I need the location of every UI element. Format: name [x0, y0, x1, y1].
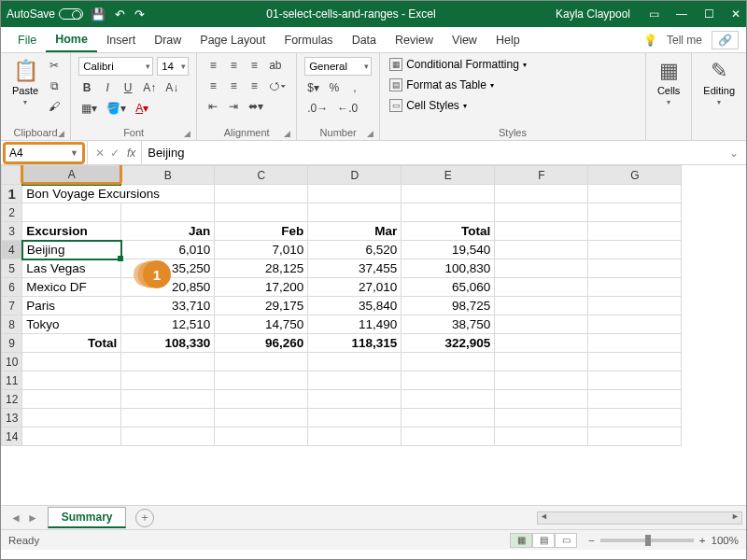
cell[interactable]: 12,510 [121, 315, 215, 334]
number-format-select[interactable]: General [304, 57, 372, 76]
cell[interactable]: 37,455 [308, 259, 402, 278]
add-sheet-button[interactable]: ＋ [135, 509, 154, 527]
comma-format-icon[interactable]: , [346, 79, 363, 96]
decrease-indent-icon[interactable]: ⇤ [204, 98, 221, 115]
row-header[interactable]: 8 [2, 315, 22, 334]
wrap-text-icon[interactable]: ab [266, 57, 284, 74]
row-header[interactable]: 2 [2, 203, 22, 222]
conditional-formatting-button[interactable]: ▦Conditional Formatting▾ [388, 57, 529, 72]
underline-button[interactable]: U [120, 79, 136, 96]
row-header[interactable]: 1 [2, 185, 22, 203]
cancel-formula-icon[interactable]: ✕ [95, 147, 105, 160]
redo-icon[interactable]: ↷ [134, 7, 145, 21]
cell[interactable]: Mexico DF [22, 278, 121, 297]
merge-center-icon[interactable]: ⬌▾ [246, 98, 266, 115]
row-header[interactable]: 10 [2, 353, 22, 371]
increase-font-icon[interactable]: A↑ [140, 79, 159, 96]
cell[interactable]: 17,200 [215, 278, 308, 297]
row-header[interactable]: 12 [2, 390, 22, 409]
ribbon-options-icon[interactable]: ▭ [649, 7, 659, 21]
accounting-format-icon[interactable]: $▾ [304, 79, 322, 96]
expand-formula-bar-icon[interactable]: ⌄ [722, 147, 746, 160]
cell[interactable]: 7,010 [215, 241, 308, 259]
cell[interactable]: 96,260 [215, 334, 308, 353]
cell[interactable]: Total [402, 222, 495, 241]
dialog-launcher-icon[interactable]: ◢ [284, 129, 290, 138]
tab-home[interactable]: Home [46, 27, 97, 52]
row-header[interactable]: 5 [2, 259, 22, 278]
cell[interactable]: 11,490 [308, 315, 402, 334]
cell[interactable]: 19,540 [402, 241, 495, 259]
align-center-icon[interactable]: ≡ [225, 77, 242, 94]
increase-decimal-icon[interactable]: .0→ [304, 100, 331, 117]
cell[interactable]: 33,710 [121, 297, 215, 315]
sheet-nav-prev-icon[interactable]: ◄ [10, 511, 21, 525]
row-header[interactable]: 4 [2, 241, 22, 259]
cell[interactable]: 38,750 [402, 315, 495, 334]
horizontal-scrollbar[interactable] [537, 511, 742, 525]
cell[interactable]: 35,840 [308, 297, 402, 315]
cell[interactable]: Jan [121, 222, 215, 241]
orientation-icon[interactable]: ⭯▾ [266, 77, 289, 94]
undo-icon[interactable]: ↶ [115, 7, 125, 21]
align-left-icon[interactable]: ≡ [204, 77, 221, 94]
worksheet-grid[interactable]: A B C D E F G 1Bon Voyage Excursions 2 3… [1, 165, 746, 505]
copy-icon[interactable]: ⧉ [46, 77, 63, 94]
page-break-view-icon[interactable]: ▭ [555, 533, 577, 548]
fx-label[interactable]: fx [127, 147, 135, 160]
formula-input[interactable]: Beijing [142, 146, 722, 160]
row-header[interactable]: 11 [2, 371, 22, 390]
align-right-icon[interactable]: ≡ [246, 77, 262, 94]
cell[interactable]: 27,010 [308, 278, 402, 297]
zoom-out-icon[interactable]: − [588, 535, 595, 546]
col-header-b[interactable]: B [121, 166, 215, 185]
cell[interactable]: Total [22, 334, 121, 353]
cell[interactable]: 98,725 [402, 297, 495, 315]
borders-icon[interactable]: ▦▾ [78, 100, 100, 117]
row-header[interactable]: 6 [2, 278, 22, 297]
cell[interactable]: 100,830 [402, 259, 495, 278]
col-header-g[interactable]: G [588, 166, 682, 185]
save-icon[interactable]: 💾 [91, 7, 106, 21]
tab-file[interactable]: File [8, 27, 46, 52]
row-header[interactable]: 13 [2, 409, 22, 427]
minimize-icon[interactable]: ― [676, 7, 687, 21]
dialog-launcher-icon[interactable]: ◢ [58, 129, 64, 138]
editing-button[interactable]: ✎Editing▾ [699, 57, 739, 108]
bold-button[interactable]: B [78, 79, 95, 96]
selected-cell[interactable]: Beijing [22, 241, 121, 259]
maximize-icon[interactable]: ☐ [704, 7, 714, 21]
zoom-in-icon[interactable]: + [699, 535, 706, 546]
select-all-corner[interactable] [2, 166, 22, 185]
font-color-icon[interactable]: A▾ [133, 100, 151, 117]
row-header[interactable]: 3 [2, 222, 22, 241]
tab-formulas[interactable]: Formulas [275, 27, 343, 52]
sheet-nav-next-icon[interactable]: ► [27, 511, 38, 525]
close-icon[interactable]: ✕ [731, 7, 740, 21]
zoom-level[interactable]: 100% [712, 535, 739, 546]
cell[interactable]: 14,750 [215, 315, 308, 334]
percent-format-icon[interactable]: % [326, 79, 343, 96]
font-name-select[interactable]: Calibri [78, 57, 153, 76]
cell[interactable]: 29,175 [215, 297, 308, 315]
col-header-f[interactable]: F [495, 166, 588, 185]
name-box[interactable]: A4 ▼ [3, 142, 85, 164]
align-top-icon[interactable]: ≡ [204, 57, 221, 74]
cell[interactable]: Mar [308, 222, 402, 241]
cell[interactable]: 65,060 [402, 278, 495, 297]
align-middle-icon[interactable]: ≡ [225, 57, 242, 74]
decrease-decimal-icon[interactable]: ←.0 [334, 100, 360, 117]
cells-button[interactable]: ▦Cells▾ [654, 57, 684, 108]
cell[interactable]: 322,905 [402, 334, 495, 353]
italic-button[interactable]: I [99, 79, 116, 96]
increase-indent-icon[interactable]: ⇥ [225, 98, 242, 115]
cut-icon[interactable]: ✂ [46, 57, 63, 74]
format-painter-icon[interactable]: 🖌 [46, 98, 63, 115]
accept-formula-icon[interactable]: ✓ [110, 147, 120, 160]
cell[interactable]: 28,125 [215, 259, 308, 278]
tab-data[interactable]: Data [343, 27, 386, 52]
paste-button[interactable]: 📋 Paste ▾ [8, 57, 42, 108]
col-header-e[interactable]: E [402, 166, 495, 185]
user-name[interactable]: Kayla Claypool [556, 7, 630, 21]
row-header[interactable]: 14 [2, 427, 22, 446]
